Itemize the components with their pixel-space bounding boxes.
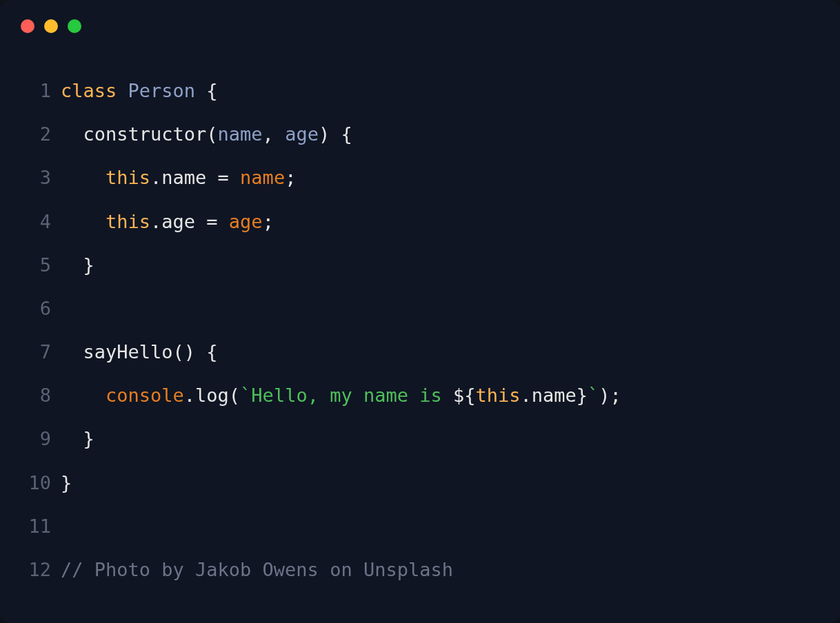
code-token: ; — [285, 167, 296, 188]
code-token: .name} — [521, 385, 588, 406]
line-number: 4 — [21, 200, 51, 243]
code-token: ; — [263, 211, 274, 232]
code-token: .name = — [150, 167, 240, 188]
line-number: 5 — [21, 243, 51, 287]
code-token: } — [61, 254, 94, 276]
code-token: age — [229, 211, 263, 232]
code-token: } — [61, 428, 94, 449]
code-line: 1class Person { — [21, 69, 819, 112]
code-token: class — [61, 80, 117, 101]
code-token: `Hello, my name is — [240, 385, 453, 406]
code-editor[interactable]: 1class Person {2 constructor(name, age) … — [21, 69, 819, 591]
line-number: 2 — [21, 112, 51, 156]
window-zoom-icon[interactable] — [68, 19, 81, 33]
code-token: // Photo by Jakob Owens on Unsplash — [61, 559, 453, 580]
code-token: this — [106, 167, 150, 188]
code-line-content[interactable] — [61, 504, 819, 548]
code-line-content[interactable]: this.age = age; — [61, 200, 819, 243]
line-number: 12 — [21, 548, 51, 591]
code-token: ` — [588, 385, 599, 406]
code-line: 10} — [21, 461, 819, 504]
code-line-content[interactable]: } — [61, 243, 819, 287]
code-line-content[interactable]: } — [61, 461, 819, 504]
code-token: { — [195, 80, 218, 101]
code-token: ); — [599, 385, 621, 406]
code-token: constructor( — [61, 123, 218, 145]
code-line-content[interactable]: constructor(name, age) { — [61, 112, 819, 156]
code-token: name — [218, 123, 263, 145]
code-line-content[interactable]: console.log(`Hello, my name is ${this.na… — [61, 374, 819, 417]
code-token: .log( — [184, 385, 240, 406]
line-number: 11 — [21, 504, 51, 548]
code-line: 5 } — [21, 243, 819, 287]
line-number: 7 — [21, 330, 51, 374]
code-line: 12// Photo by Jakob Owens on Unsplash — [21, 548, 819, 591]
window-close-icon[interactable] — [21, 19, 34, 33]
line-number: 1 — [21, 69, 51, 112]
code-line: 11 — [21, 504, 819, 548]
code-token: Person — [128, 80, 196, 101]
code-line-content[interactable]: sayHello() { — [61, 330, 819, 374]
code-token: .age = — [150, 211, 229, 232]
code-token — [61, 211, 106, 232]
code-token: ${ — [453, 385, 476, 406]
code-token: , — [263, 123, 286, 145]
line-number: 6 — [21, 287, 51, 330]
code-token: } — [61, 472, 72, 493]
line-number: 10 — [21, 461, 51, 504]
window-minimize-icon[interactable] — [44, 19, 58, 33]
code-line-content[interactable]: // Photo by Jakob Owens on Unsplash — [61, 548, 819, 591]
line-number: 8 — [21, 374, 51, 417]
code-token — [61, 167, 106, 188]
code-token: age — [285, 123, 319, 145]
code-token: this — [106, 211, 150, 232]
code-line: 8 console.log(`Hello, my name is ${this.… — [21, 374, 819, 417]
code-token — [61, 385, 106, 406]
code-line: 9 } — [21, 417, 819, 460]
code-line: 7 sayHello() { — [21, 330, 819, 374]
code-token: this — [475, 385, 520, 406]
code-line-content[interactable]: class Person { — [61, 69, 819, 112]
code-line: 3 this.name = name; — [21, 156, 819, 199]
code-line-content[interactable] — [61, 287, 819, 330]
code-line: 2 constructor(name, age) { — [21, 112, 819, 156]
line-number: 3 — [21, 156, 51, 199]
code-token: ) { — [319, 123, 352, 145]
code-window: 1class Person {2 constructor(name, age) … — [0, 0, 840, 623]
code-line: 6 — [21, 287, 819, 330]
code-token: console — [106, 385, 184, 406]
line-number: 9 — [21, 417, 51, 460]
code-line: 4 this.age = age; — [21, 200, 819, 243]
window-traffic-lights — [21, 19, 819, 33]
code-line-content[interactable]: } — [61, 417, 819, 460]
code-token — [117, 80, 128, 101]
code-token: name — [240, 167, 285, 188]
code-token: sayHello() { — [61, 341, 218, 362]
code-line-content[interactable]: this.name = name; — [61, 156, 819, 199]
